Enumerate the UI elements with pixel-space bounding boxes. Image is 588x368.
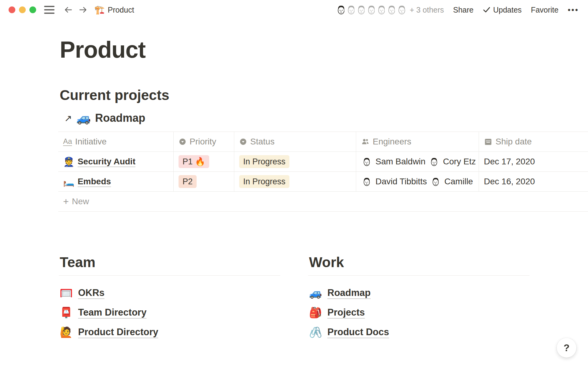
person-chip: Camille [430,176,473,187]
car-icon: 🚙 [76,111,91,125]
arrow-left-icon [64,5,73,14]
favorite-button[interactable]: Favorite [531,6,558,14]
column-header-initiative[interactable]: Aa Initiative [58,132,174,151]
team-heading: Team [59,254,280,270]
status-tag: In Progress [239,155,289,168]
divider [59,275,280,276]
table-row: 🛏️ Embeds P2 In Progress David Tibbitts [58,172,588,192]
link-roadmap[interactable]: 🚙 Roadmap [308,283,530,303]
minimize-window-button[interactable] [19,6,26,13]
work-section: Work 🚙 Roadmap 🎒 Projects 🖇️ Product Doc… [308,254,530,342]
avatar[interactable] [396,4,408,16]
person-chip: David Tibbitts [361,176,427,187]
person-chip: Sam Baldwin [361,156,425,167]
paperclips-icon: 🖇️ [309,326,322,338]
ship-date-cell[interactable]: Dec 17, 2020 [479,152,588,171]
roadmap-page-link[interactable]: ↗ 🚙 Roadmap [64,111,588,125]
priority-cell[interactable]: P2 [174,172,234,191]
person-name: Cory Etz [443,157,476,167]
person-name: David Tibbitts [375,177,427,186]
link-product-directory[interactable]: 🙋 Product Directory [59,322,280,342]
priority-tag: P2 [179,175,197,188]
status-cell[interactable]: In Progress [234,172,356,191]
person-raising-hand-icon: 🙋 [60,326,73,338]
ship-date-cell[interactable]: Dec 16, 2020 [479,172,588,191]
table-new-row-button[interactable]: + New [58,192,588,212]
person-chip: Cory Etz [428,156,476,167]
column-header-status[interactable]: Status [234,132,356,151]
link-product-docs[interactable]: 🖇️ Product Docs [308,322,530,342]
updates-button[interactable]: Updates [483,6,522,14]
work-heading: Work [308,254,530,270]
select-property-icon [179,138,187,146]
plus-icon: + [63,197,69,206]
divider [308,275,530,276]
postbox-icon: 📮 [60,306,73,319]
police-officer-icon: 👮 [63,156,74,167]
breadcrumb[interactable]: 🏗️ Product [94,5,134,15]
window-controls [9,6,36,13]
goal-net-icon: 🥅 [60,287,73,299]
select-property-icon [239,138,247,146]
question-mark-icon: ? [564,342,570,354]
column-header-priority[interactable]: Priority [174,132,234,151]
engineers-cell[interactable]: Sam Baldwin Cory Etz [356,152,479,171]
breadcrumb-title: Product [108,6,134,14]
window-titlebar: 🏗️ Product + 3 others Share Updates Favo… [0,0,588,20]
car-icon: 🚙 [309,287,322,299]
back-button[interactable] [62,4,74,16]
bed-icon: 🛏️ [63,176,74,187]
text-property-icon: Aa [63,137,72,146]
column-header-engineers[interactable]: Engineers [356,132,479,151]
backpack-icon: 🎒 [309,306,322,319]
calendar-property-icon [484,137,492,146]
avatar [428,156,440,167]
person-name: Sam Baldwin [375,157,425,167]
arrow-up-right-icon: ↗ [64,113,72,124]
avatar [361,176,372,187]
initiative-link: Embeds [77,177,111,186]
page-title: Product [60,36,588,63]
column-header-ship-date[interactable]: Ship date [479,132,588,151]
share-button[interactable]: Share [453,6,474,14]
zoom-window-button[interactable] [29,6,36,13]
others-count-label[interactable]: + 3 others [410,6,444,14]
priority-cell[interactable]: P1 🔥 [174,152,234,171]
close-window-button[interactable] [9,6,15,13]
roadmap-link-label: Roadmap [95,112,145,125]
page-body: Product Current projects ↗ 🚙 Roadmap Aa … [0,20,588,342]
status-cell[interactable]: In Progress [234,152,356,171]
new-row-label: New [72,197,89,206]
link-team-directory[interactable]: 📮 Team Directory [59,303,280,322]
table-row: 👮 Security Audit P1 🔥 In Progress Sam Ba… [58,152,588,172]
collaborator-avatars[interactable]: + 3 others [335,4,444,16]
current-projects-section: Current projects ↗ 🚙 Roadmap Aa Initiati… [0,87,588,212]
initiative-cell[interactable]: 👮 Security Audit [58,152,174,171]
people-property-icon [361,137,370,146]
link-okrs[interactable]: 🥅 OKRs [59,283,280,303]
priority-tag: P1 🔥 [179,155,209,168]
more-menu-button[interactable]: ••• [568,5,579,15]
sidebar-toggle-icon[interactable] [44,6,55,14]
check-icon [483,6,491,14]
projects-table: Aa Initiative Priority Status Engineers [58,132,588,212]
construction-crane-icon: 🏗️ [94,5,105,15]
person-name: Camille [444,177,473,186]
table-header-row: Aa Initiative Priority Status Engineers [58,132,588,152]
arrow-right-icon [78,5,88,14]
current-projects-heading: Current projects [60,87,588,103]
initiative-cell[interactable]: 🛏️ Embeds [58,172,174,191]
avatar [430,176,441,187]
initiative-link: Security Audit [77,157,135,167]
avatar [361,156,372,167]
forward-button[interactable] [77,4,89,16]
help-button[interactable]: ? [557,338,576,358]
link-projects[interactable]: 🎒 Projects [308,303,530,322]
engineers-cell[interactable]: David Tibbitts Camille [356,172,479,191]
team-section: Team 🥅 OKRs 📮 Team Directory 🙋 Product D… [59,254,280,342]
status-tag: In Progress [239,175,289,188]
